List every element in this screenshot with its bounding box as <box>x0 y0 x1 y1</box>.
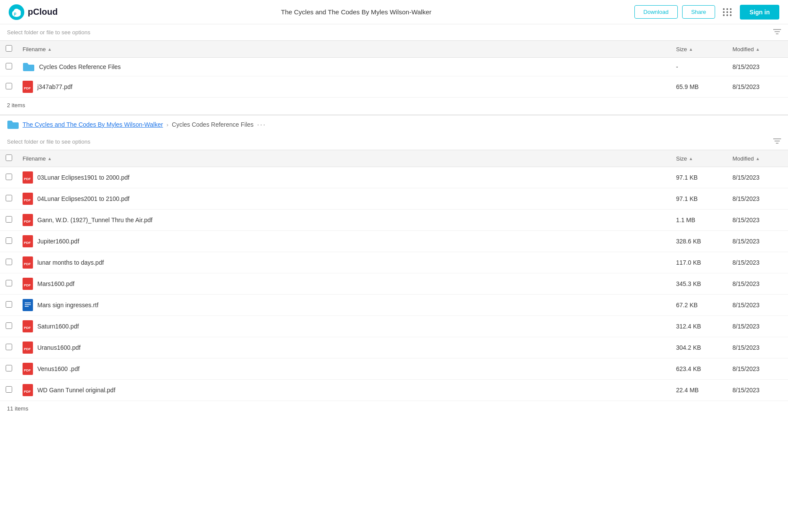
section1-options-bar: Select folder or file to see options <box>0 24 788 40</box>
file-name: j347ab77.pdf <box>37 83 72 90</box>
dot <box>730 8 732 10</box>
svg-text:PDF: PDF <box>24 262 31 266</box>
row-size-cell: 328.6 KB <box>671 231 727 252</box>
section2-col-size[interactable]: Size ▲ <box>671 150 727 167</box>
dot <box>726 11 728 13</box>
row-modified-cell: 8/15/2023 <box>727 273 788 295</box>
section1-col-modified[interactable]: Modified ▲ <box>727 41 788 58</box>
row-checkbox[interactable] <box>6 195 12 201</box>
dot <box>730 11 732 13</box>
table-row[interactable]: PDF 04Lunar Eclipses2001 to 2100.pdf 97.… <box>0 188 788 210</box>
table-row[interactable]: PDF Saturn1600.pdf 312.4 KB 8/15/2023 <box>0 316 788 337</box>
breadcrumb-arrow: › <box>167 122 168 128</box>
svg-text:PDF: PDF <box>24 177 31 181</box>
section2-size-sort-arrow: ▲ <box>689 156 693 161</box>
row-checkbox[interactable] <box>6 174 12 180</box>
signin-button[interactable]: Sign in <box>740 5 779 20</box>
section2-col-checkbox <box>0 150 17 167</box>
pdf-icon: PDF <box>23 235 33 247</box>
table-row[interactable]: PDF j347ab77.pdf 65.9 MB 8/15/2023 <box>0 76 788 98</box>
section2-filename-sort-arrow: ▲ <box>47 156 52 161</box>
section2-options-label: Select folder or file to see options <box>7 138 90 145</box>
row-name-cell: PDF WD Gann Tunnel original.pdf <box>17 380 671 401</box>
row-checkbox-cell <box>0 273 17 295</box>
section2-size-sort: Size ▲ <box>676 155 693 162</box>
row-modified-cell: 8/15/2023 <box>727 76 788 98</box>
section1-col-size[interactable]: Size ▲ <box>671 41 727 58</box>
row-checkbox-cell <box>0 188 17 210</box>
row-size-cell: 623.4 KB <box>671 358 727 380</box>
dot <box>726 8 728 10</box>
share-button[interactable]: Share <box>682 5 716 19</box>
file-row-name: PDF 04Lunar Eclipses2001 to 2100.pdf <box>23 193 666 205</box>
section2-modified-sort: Modified ▲ <box>732 155 760 162</box>
row-checkbox-cell <box>0 76 17 98</box>
row-checkbox[interactable] <box>6 280 12 286</box>
section1-select-all-checkbox[interactable] <box>6 45 12 52</box>
section1-col-checkbox <box>0 41 17 58</box>
table-row[interactable]: PDF Gann, W.D. (1927)_Tunnel Thru the Ai… <box>0 210 788 231</box>
file-name: Jupiter1600.pdf <box>37 238 79 245</box>
row-size-cell: 97.1 KB <box>671 188 727 210</box>
table-row[interactable]: PDF Mars1600.pdf 345.3 KB 8/15/2023 <box>0 273 788 295</box>
file-row-name: PDF Saturn1600.pdf <box>23 320 666 332</box>
row-modified-cell: 8/15/2023 <box>727 252 788 273</box>
table-row[interactable]: PDF Jupiter1600.pdf 328.6 KB 8/15/2023 <box>0 231 788 252</box>
section1-filter-icon[interactable] <box>773 29 781 36</box>
apps-grid-button[interactable] <box>719 5 735 20</box>
row-name-cell: PDF 03Lunar Eclipses1901 to 2000.pdf <box>17 167 671 188</box>
row-checkbox[interactable] <box>6 63 12 69</box>
row-size-cell: 67.2 KB <box>671 295 727 316</box>
row-checkbox[interactable] <box>6 344 12 350</box>
pdf-icon: PDF <box>23 193 33 205</box>
svg-text:PDF: PDF <box>24 220 31 223</box>
file-row-name: PDF WD Gann Tunnel original.pdf <box>23 384 666 396</box>
file-row-name: Cycles Codes Reference Files <box>23 62 666 72</box>
row-checkbox[interactable] <box>6 237 12 244</box>
table-row[interactable]: Cycles Codes Reference Files - 8/15/2023 <box>0 58 788 76</box>
table-row[interactable]: PDF lunar months to days.pdf 117.0 KB 8/… <box>0 252 788 273</box>
section2-options-bar: Select folder or file to see options <box>0 134 788 150</box>
header-title: The Cycles and The Codes By Myles Wilson… <box>78 8 634 16</box>
section2: Select folder or file to see options Fil… <box>0 134 788 416</box>
row-checkbox-cell <box>0 316 17 337</box>
row-checkbox[interactable] <box>6 216 12 223</box>
section2-select-all-checkbox[interactable] <box>6 154 12 161</box>
file-name: Cycles Codes Reference Files <box>39 63 121 70</box>
row-checkbox[interactable] <box>6 322 12 329</box>
row-size-cell: 22.4 MB <box>671 380 727 401</box>
row-checkbox[interactable] <box>6 365 12 371</box>
breadcrumb-more-button[interactable]: ··· <box>257 120 266 129</box>
row-modified-cell: 8/15/2023 <box>727 167 788 188</box>
svg-text:PDF: PDF <box>24 283 31 287</box>
svg-text:PDF: PDF <box>24 347 31 351</box>
breadcrumb-root-link[interactable]: The Cycles and The Codes By Myles Wilson… <box>23 121 163 128</box>
download-button[interactable]: Download <box>634 5 678 19</box>
table-row[interactable]: PDF 03Lunar Eclipses1901 to 2000.pdf 97.… <box>0 167 788 188</box>
file-name: Saturn1600.pdf <box>37 323 79 330</box>
row-checkbox[interactable] <box>6 259 12 265</box>
pdf-icon: PDF <box>23 320 33 332</box>
pdf-icon: PDF <box>23 256 33 269</box>
header-actions: Download Share Sign in <box>634 5 779 20</box>
row-name-cell: PDF Venus1600 .pdf <box>17 358 671 380</box>
section2-col-modified[interactable]: Modified ▲ <box>727 150 788 167</box>
row-modified-cell: 8/15/2023 <box>727 231 788 252</box>
row-name-cell: PDF Uranus1600.pdf <box>17 337 671 358</box>
row-checkbox[interactable] <box>6 83 12 89</box>
table-row[interactable]: Mars sign ingresses.rtf 67.2 KB 8/15/202… <box>0 295 788 316</box>
file-row-name: Mars sign ingresses.rtf <box>23 299 666 311</box>
section1-size-sort: Size ▲ <box>676 46 693 53</box>
section1-options-label: Select folder or file to see options <box>7 29 90 36</box>
table-row[interactable]: PDF Uranus1600.pdf 304.2 KB 8/15/2023 <box>0 337 788 358</box>
section1-col-filename[interactable]: Filename ▲ <box>17 41 671 58</box>
row-checkbox[interactable] <box>6 301 12 308</box>
section2-filter-icon[interactable] <box>773 138 781 145</box>
row-checkbox-cell <box>0 295 17 316</box>
row-size-cell: 97.1 KB <box>671 167 727 188</box>
table-row[interactable]: PDF Venus1600 .pdf 623.4 KB 8/15/2023 <box>0 358 788 380</box>
row-checkbox[interactable] <box>6 386 12 393</box>
table-row[interactable]: PDF WD Gann Tunnel original.pdf 22.4 MB … <box>0 380 788 401</box>
row-name-cell: PDF Saturn1600.pdf <box>17 316 671 337</box>
section2-col-filename[interactable]: Filename ▲ <box>17 150 671 167</box>
